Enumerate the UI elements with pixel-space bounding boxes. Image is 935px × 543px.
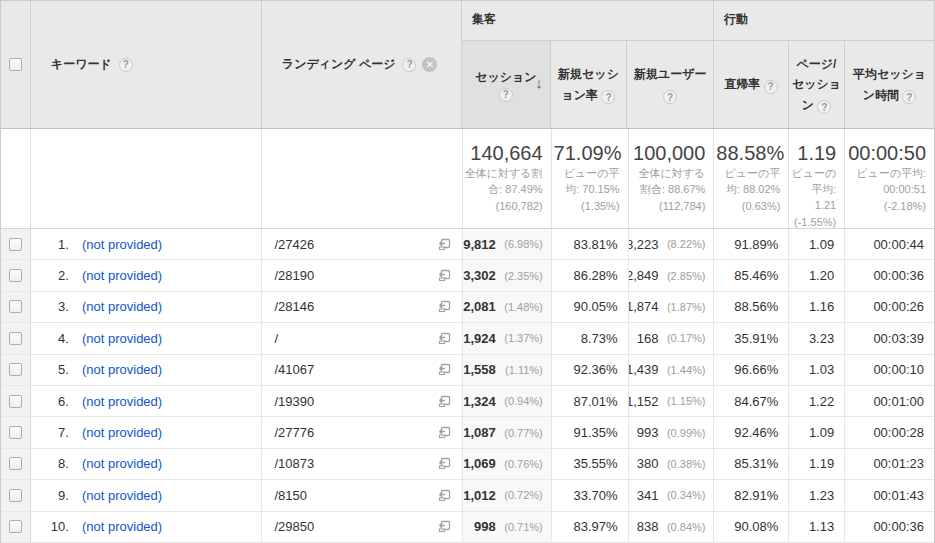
sessions-cell: 1,087 (0.77%) [463,417,552,447]
row-index: 9. [39,488,69,503]
open-page-icon[interactable] [437,299,453,315]
table-row: 10. (not provided) /29850 998 (0.71%) 83… [1,512,934,543]
bounce-rate-header-label: 直帰率 [724,77,760,91]
pages-per-session-cell: 1.23 [789,480,845,510]
new-session-rate-cell: 90.05% [552,292,629,322]
sessions-percent: (1.11%) [496,364,543,376]
keyword-link[interactable]: (not provided) [82,237,162,252]
new-users-cell: 993 (0.99%) [629,417,715,447]
bounce-rate-value: 85.46% [734,268,778,283]
sessions-value: 9,812 [463,237,496,252]
open-page-icon[interactable] [437,236,453,252]
open-page-icon[interactable] [437,425,453,441]
new-session-rate-value: 91.35% [574,425,618,440]
landing-page-column-header[interactable]: ランディング ページ ? ✕ [262,1,462,128]
help-icon[interactable]: ? [764,80,778,94]
keyword-link[interactable]: (not provided) [82,425,162,440]
avg-session-duration-column-header[interactable]: 平均セッション時間 ? [845,41,934,128]
pages-per-session-cell: 1.16 [789,292,845,322]
new-users-column-header[interactable]: 新規ユーザー ? [627,41,713,128]
help-icon[interactable]: ? [402,58,416,72]
new-session-rate-value: 33.70% [574,488,618,503]
sessions-value: 3,302 [463,268,496,283]
row-checkbox[interactable] [9,520,22,533]
row-checkbox[interactable] [9,269,22,282]
new-session-rate-value: 90.05% [574,299,618,314]
row-checkbox[interactable] [9,332,22,345]
avg-session-duration-value: 00:00:36 [873,519,924,534]
help-icon[interactable]: ? [499,88,513,102]
avg-session-duration-value: 00:00:28 [873,425,924,440]
avg-session-duration-total: 00:00:50 [847,141,926,165]
table-row: 3. (not provided) /28146 2,081 (1.48%) 9… [1,292,934,323]
open-page-icon[interactable] [437,456,453,472]
new-session-rate-value: 8.73% [581,331,618,346]
sessions-column-header[interactable]: セッション ? ↓ [462,41,551,128]
row-checkbox[interactable] [9,426,22,439]
row-checkbox[interactable] [9,363,22,376]
summary-keyword-spacer [31,129,262,228]
keyword-link[interactable]: (not provided) [82,299,162,314]
open-page-icon[interactable] [437,268,453,284]
help-icon[interactable]: ? [601,90,615,104]
pages-per-session-column-header[interactable]: ページ/セッション ? [789,41,845,128]
help-icon[interactable]: ? [119,58,133,72]
sessions-cell: 1,324 (0.94%) [463,386,552,416]
table-row: 8. (not provided) /10873 1,069 (0.76%) 3… [1,449,934,480]
sessions-value: 1,324 [463,394,496,409]
keyword-column-header[interactable]: キーワード ? [31,1,262,128]
row-checkbox[interactable] [9,300,22,313]
keyword-link[interactable]: (not provided) [82,394,162,409]
row-checkbox[interactable] [9,395,22,408]
avg-session-duration-cell: 00:03:39 [845,323,934,353]
sessions-header-label: セッション [475,67,536,87]
acquisition-group: 集客 セッション ? ↓ 新規セッション率 ? 新規ユーザー ? [462,1,714,128]
landing-page-cell: /19390 [262,386,463,416]
new-session-rate-column-header[interactable]: 新規セッション率 ? [551,41,628,128]
bounce-rate-column-header[interactable]: 直帰率 ? [714,41,789,128]
new-session-rate-value: 87.01% [574,394,618,409]
help-icon[interactable]: ? [817,100,831,114]
new-session-rate-cell: 92.36% [552,355,629,385]
row-checkbox[interactable] [9,238,22,251]
bounce-rate-value: 82.91% [734,488,778,503]
summary-avg-session-duration: 00:00:50 ビューの平均: 00:00:51 (-2.18%) [845,129,934,228]
row-checkbox[interactable] [9,489,22,502]
keyword-link[interactable]: (not provided) [82,331,162,346]
pages-per-session-cell: 1.09 [789,417,845,447]
sort-descending-arrow-icon[interactable]: ↓ [535,70,543,96]
avg-session-duration-value: 00:00:44 [873,237,924,252]
pages-per-session-cell: 1.09 [789,229,845,259]
keyword-header-label: キーワード [51,56,112,73]
open-page-icon[interactable] [437,330,453,346]
keyword-link[interactable]: (not provided) [82,488,162,503]
bounce-rate-total: 88.58% [716,141,780,165]
new-users-cell: 838 (0.84%) [629,512,715,542]
open-page-icon[interactable] [437,393,453,409]
open-page-icon[interactable] [437,487,453,503]
avg-session-duration-cell: 00:00:36 [845,260,934,290]
sessions-value: 1,012 [463,488,496,503]
help-icon[interactable]: ? [902,90,916,104]
select-all-checkbox[interactable] [9,58,22,71]
table-row: 7. (not provided) /27776 1,087 (0.77%) 9… [1,417,934,448]
row-checkbox-cell [1,480,31,510]
avg-session-duration-cell: 00:01:23 [845,449,934,479]
open-page-icon[interactable] [437,362,453,378]
sessions-cell: 1,558 (1.11%) [463,355,552,385]
keyword-cell: 6. (not provided) [31,386,262,416]
keyword-link[interactable]: (not provided) [82,362,162,377]
open-page-icon[interactable] [437,519,453,535]
new-users-value: 380 [637,456,659,471]
row-checkbox-cell [1,260,31,290]
avg-session-duration-value: 00:01:23 [873,456,924,471]
keyword-link[interactable]: (not provided) [82,268,162,283]
row-checkbox[interactable] [9,457,22,470]
keyword-link[interactable]: (not provided) [82,519,162,534]
help-icon[interactable]: ? [663,90,677,104]
row-checkbox-cell [1,512,31,542]
bounce-rate-value: 91.89% [734,237,778,252]
pages-per-session-cell: 1.22 [789,386,845,416]
keyword-link[interactable]: (not provided) [82,456,162,471]
remove-dimension-icon[interactable]: ✕ [422,57,437,72]
